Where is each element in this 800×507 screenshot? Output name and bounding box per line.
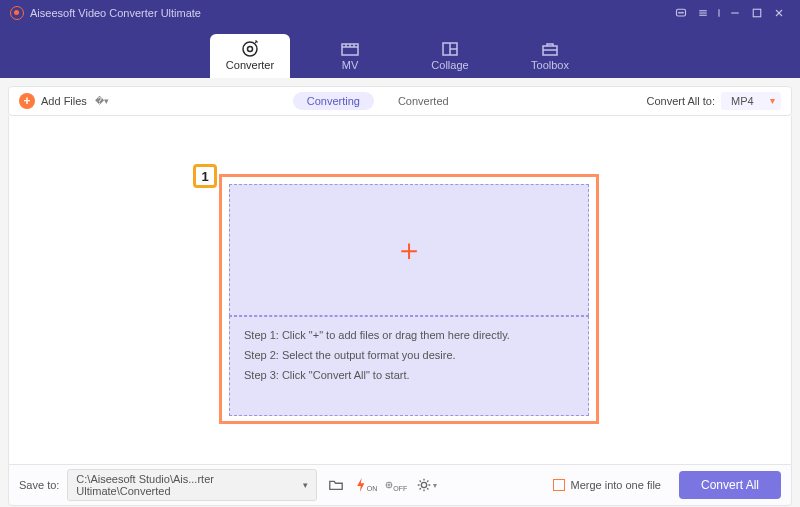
mv-icon <box>340 41 360 57</box>
merge-checkbox[interactable]: Merge into one file <box>553 479 661 491</box>
gpu-accel-off-button[interactable]: OFF <box>385 475 407 495</box>
menu-icon[interactable] <box>692 2 714 24</box>
off-label: OFF <box>393 485 407 492</box>
chevron-down-icon: ▾ <box>433 481 437 490</box>
tutorial-badge: 1 <box>193 164 217 188</box>
add-files-button[interactable]: + Add Files �▾ <box>19 93 109 109</box>
convert-all-label: Convert All <box>701 478 759 492</box>
tab-label: MV <box>342 59 359 71</box>
footer: Save to: C:\Aiseesoft Studio\Ais...rter … <box>8 464 792 506</box>
collage-icon <box>440 41 460 57</box>
divider <box>714 2 724 24</box>
converting-tab[interactable]: Converting <box>293 92 374 110</box>
tab-mv[interactable]: MV <box>310 34 390 78</box>
save-path-value: C:\Aiseesoft Studio\Ais...rter Ultimate\… <box>76 473 301 497</box>
save-path-select[interactable]: C:\Aiseesoft Studio\Ais...rter Ultimate\… <box>67 469 317 501</box>
gpu-accel-on-button[interactable]: ON <box>355 475 377 495</box>
save-to-label: Save to: <box>19 479 59 491</box>
svg-point-13 <box>248 47 253 52</box>
chevron-down-icon: �▾ <box>95 96 109 106</box>
plus-icon: + <box>19 93 35 109</box>
svg-point-3 <box>683 12 684 13</box>
close-button[interactable] <box>768 2 790 24</box>
app-title: Aiseesoft Video Converter Ultimate <box>30 7 201 19</box>
toolbox-icon <box>540 41 560 57</box>
app-logo-icon <box>10 6 24 20</box>
tab-label: Collage <box>431 59 468 71</box>
checkbox-icon <box>553 479 565 491</box>
output-format-select[interactable]: MP4 <box>721 92 781 110</box>
svg-point-30 <box>421 482 426 487</box>
svg-point-1 <box>679 12 680 13</box>
open-folder-button[interactable] <box>325 475 347 495</box>
svg-point-25 <box>388 484 390 486</box>
svg-point-2 <box>681 12 682 13</box>
tab-collage[interactable]: Collage <box>410 34 490 78</box>
converted-tab[interactable]: Converted <box>384 92 463 110</box>
feedback-icon[interactable] <box>670 2 692 24</box>
on-label: ON <box>367 485 378 492</box>
merge-label: Merge into one file <box>570 479 661 491</box>
tab-label: Toolbox <box>531 59 569 71</box>
convert-all-button[interactable]: Convert All <box>679 471 781 499</box>
svg-rect-24 <box>387 483 391 487</box>
converter-icon <box>240 41 260 57</box>
add-files-label: Add Files <box>41 95 87 107</box>
tab-converter[interactable]: Converter <box>210 34 290 78</box>
svg-point-12 <box>243 42 257 56</box>
main-area: ＋ Step 1: Click "+" to add files or drag… <box>8 116 792 464</box>
svg-rect-9 <box>753 9 761 17</box>
toolbar: + Add Files �▾ Converting Converted Conv… <box>8 86 792 116</box>
titlebar: Aiseesoft Video Converter Ultimate <box>0 0 800 26</box>
chevron-down-icon: ▾ <box>303 480 308 490</box>
maximize-button[interactable] <box>746 2 768 24</box>
main-tabs: Converter MV Collage Toolbox <box>0 26 800 78</box>
minimize-button[interactable] <box>724 2 746 24</box>
convert-all-to-label: Convert All to: <box>647 95 715 107</box>
tutorial-highlight <box>219 174 599 424</box>
settings-button[interactable]: ▾ <box>415 475 437 495</box>
tab-label: Converter <box>226 59 274 71</box>
format-value: MP4 <box>731 95 754 107</box>
tab-toolbox[interactable]: Toolbox <box>510 34 590 78</box>
